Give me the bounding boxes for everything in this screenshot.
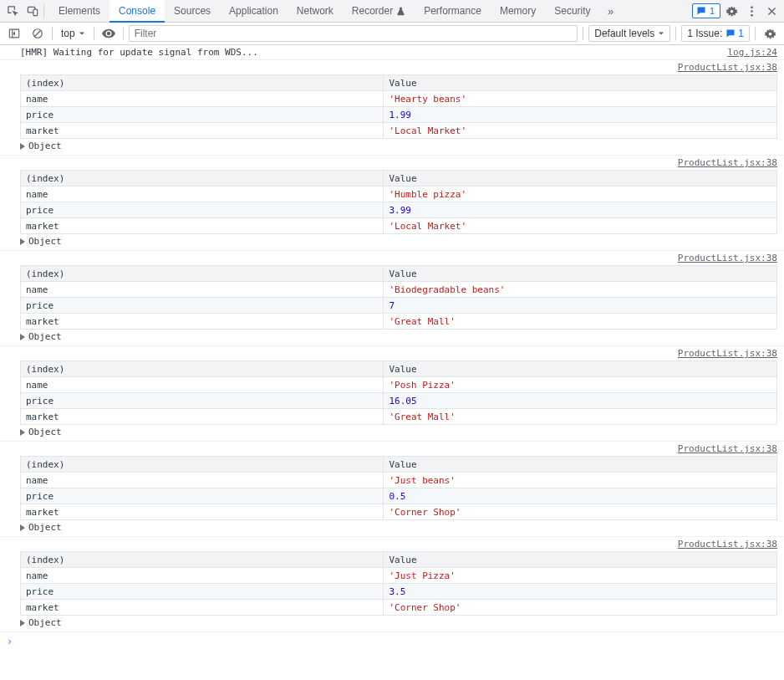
source-link[interactable]: ProductList.jsx:38 [678, 157, 777, 168]
cell-value: 7 [384, 298, 777, 314]
table-row: name 'Posh Pizza' [21, 377, 777, 393]
cell-value: 'Just Pizza' [384, 568, 777, 584]
issues-panel-link[interactable]: 1 Issue: 1 [681, 25, 750, 42]
source-link[interactable]: ProductList.jsx:38 [678, 348, 777, 359]
triangle-right-icon [20, 524, 25, 531]
close-icon[interactable] [762, 2, 781, 20]
cell-value: 'Great Mall' [384, 409, 777, 425]
cell-value: 'Corner Shop' [384, 600, 777, 616]
cell-value: 3.5 [384, 584, 777, 600]
toggle-sidebar-icon[interactable] [5, 25, 23, 42]
triangle-right-icon [20, 429, 25, 436]
cell-value: 'Humble pizza' [384, 187, 777, 202]
col-value[interactable]: Value [384, 171, 777, 187]
object-disclosure[interactable]: Object [20, 522, 777, 533]
clear-console-icon[interactable] [28, 25, 47, 42]
cell-key: name [21, 377, 384, 393]
triangle-right-icon [20, 334, 25, 340]
col-value[interactable]: Value [384, 266, 777, 282]
object-disclosure[interactable]: Object [20, 141, 777, 151]
log-text: [HMR] Waiting for update signal from WDS… [20, 47, 727, 58]
table-row: market 'Great Mall' [21, 409, 777, 425]
col-index[interactable]: (index) [21, 171, 384, 187]
panel-tabs: Elements Console Sources Application Net… [49, 0, 600, 22]
cell-key: name [21, 568, 384, 584]
source-link[interactable]: ProductList.jsx:38 [678, 443, 777, 454]
tabs-overflow-icon[interactable]: » [602, 2, 620, 20]
live-expression-icon[interactable] [99, 25, 118, 42]
cell-value: 'Great Mall' [384, 314, 777, 330]
source-link[interactable]: ProductList.jsx:38 [678, 539, 777, 550]
separator [123, 27, 124, 40]
tab-application[interactable]: Application [220, 0, 288, 22]
col-value[interactable]: Value [384, 75, 777, 91]
col-index[interactable]: (index) [21, 266, 384, 282]
inspect-element-icon[interactable] [3, 2, 22, 20]
col-value[interactable]: Value [384, 457, 777, 473]
cell-value: 'Biodegradable beans' [384, 282, 777, 298]
chat-icon [696, 6, 706, 16]
levels-label: Default levels [594, 28, 654, 39]
col-value[interactable]: Value [384, 552, 777, 568]
table-row: price 0.5 [21, 488, 777, 504]
devtools-tabstrip: Elements Console Sources Application Net… [0, 0, 784, 23]
console-table-group: ProductList.jsx:38 (index) Value name 'P… [0, 346, 784, 442]
object-disclosure[interactable]: Object [20, 331, 777, 342]
col-index[interactable]: (index) [21, 457, 384, 473]
object-disclosure[interactable]: Object [20, 236, 777, 247]
cell-key: market [21, 409, 384, 425]
svg-rect-1 [33, 9, 37, 16]
object-label: Object [28, 427, 62, 437]
cell-key: price [21, 298, 384, 314]
cell-key: name [21, 91, 384, 107]
cell-key: price [21, 202, 384, 218]
tab-performance[interactable]: Performance [415, 0, 491, 22]
object-disclosure[interactable]: Object [20, 427, 777, 437]
triangle-right-icon [20, 143, 25, 150]
svg-point-3 [751, 10, 753, 13]
issues-count: 1 [710, 6, 715, 16]
table-row: market 'Local Market' [21, 123, 777, 139]
table-row: market 'Great Mall' [21, 314, 777, 330]
console-toolbar: top Default levels 1 Issue: 1 [0, 23, 784, 45]
table-row: market 'Local Market' [21, 218, 777, 234]
issues-badge[interactable]: 1 [692, 3, 720, 18]
log-levels-select[interactable]: Default levels [588, 25, 670, 42]
cell-key: price [21, 488, 384, 504]
separator [755, 27, 756, 40]
cell-value: 'Posh Pizza' [384, 377, 777, 393]
execution-context-select[interactable]: top [58, 28, 89, 39]
source-link[interactable]: ProductList.jsx:38 [678, 62, 777, 73]
tab-recorder[interactable]: Recorder [343, 0, 415, 22]
console-prompt[interactable]: › [0, 632, 784, 651]
cell-key: name [21, 187, 384, 202]
tab-memory[interactable]: Memory [491, 0, 545, 22]
console-settings-icon[interactable] [761, 25, 779, 42]
cell-key: price [21, 107, 384, 123]
settings-icon[interactable] [722, 2, 741, 20]
col-index[interactable]: (index) [21, 75, 384, 91]
cell-value: 'Just beans' [384, 473, 777, 488]
col-index[interactable]: (index) [21, 361, 384, 377]
col-index[interactable]: (index) [21, 552, 384, 568]
source-link[interactable]: log.js:24 [727, 47, 777, 58]
device-toolbar-icon[interactable] [23, 2, 42, 20]
source-link[interactable]: ProductList.jsx:38 [678, 253, 777, 263]
tab-sources[interactable]: Sources [165, 0, 220, 22]
tab-network[interactable]: Network [288, 0, 343, 22]
tab-console[interactable]: Console [109, 0, 165, 23]
table-row: price 3.5 [21, 584, 777, 600]
filter-input[interactable] [129, 25, 578, 42]
svg-point-2 [751, 6, 753, 8]
object-disclosure[interactable]: Object [20, 617, 777, 628]
console-table-group: ProductList.jsx:38 (index) Value name 'J… [0, 537, 784, 632]
tab-elements[interactable]: Elements [49, 0, 109, 22]
triangle-right-icon [20, 620, 25, 626]
tab-security[interactable]: Security [545, 0, 599, 22]
kebab-menu-icon[interactable] [742, 2, 761, 20]
issues-label: 1 Issue: [687, 28, 722, 39]
chat-icon [725, 28, 736, 38]
cell-value: 'Hearty beans' [384, 91, 777, 107]
svg-point-4 [751, 13, 753, 16]
col-value[interactable]: Value [384, 361, 777, 377]
